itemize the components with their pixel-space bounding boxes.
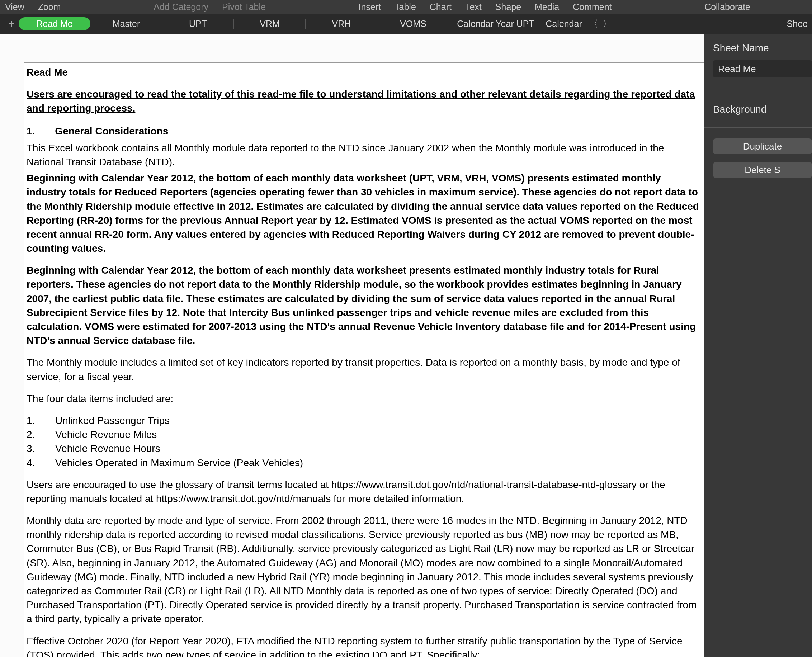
doc-p8: Effective October 2020 (for Report Year … bbox=[26, 634, 700, 657]
doc-list: 1.Unlinked Passenger Trips 2.Vehicle Rev… bbox=[26, 414, 700, 470]
list-item: Vehicles Operated in Maximum Service (Pe… bbox=[55, 457, 303, 469]
tab-overflow[interactable]: Shee bbox=[779, 19, 808, 29]
tab-calendar-year-upt[interactable]: Calendar Year UPT bbox=[449, 17, 542, 30]
inspector-panel: Sheet Name Read Me Background Duplicate … bbox=[704, 34, 812, 657]
doc-title: Read Me bbox=[26, 65, 700, 79]
comment-menu[interactable]: Comment bbox=[573, 2, 611, 12]
spreadsheet-canvas[interactable]: Read Me Users are encouraged to read the… bbox=[0, 34, 704, 657]
sheet-name-input[interactable]: Read Me bbox=[713, 60, 812, 78]
zoom-menu[interactable]: Zoom bbox=[38, 2, 61, 12]
doc-p5: The four data items included are: bbox=[26, 392, 700, 406]
delete-sheet-button[interactable]: Delete S bbox=[713, 162, 812, 178]
doc-p7: Monthly data are reported by mode and ty… bbox=[26, 514, 700, 626]
doc-p1: This Excel workbook contains all Monthly… bbox=[26, 141, 700, 169]
tab-calendar[interactable]: Calendar bbox=[542, 17, 585, 30]
sheet-name-label: Sheet Name bbox=[713, 42, 812, 54]
list-item: Unlinked Passenger Trips bbox=[55, 415, 170, 426]
chart-menu[interactable]: Chart bbox=[430, 2, 452, 12]
tabs-scroll-right-icon[interactable]: 〉 bbox=[603, 17, 612, 30]
media-menu[interactable]: Media bbox=[535, 2, 559, 12]
tab-vrm[interactable]: VRM bbox=[234, 17, 305, 30]
tab-vrh[interactable]: VRH bbox=[305, 17, 377, 30]
doc-section-1: 1. General Considerations bbox=[26, 124, 700, 138]
text-menu[interactable]: Text bbox=[465, 2, 482, 12]
collaborate-button[interactable]: Collaborate bbox=[704, 2, 750, 12]
view-menu[interactable]: View bbox=[5, 2, 24, 12]
list-item: Vehicle Revenue Hours bbox=[55, 443, 161, 454]
add-category-button[interactable]: Add Category bbox=[154, 2, 208, 12]
tabs-scroll-left-icon[interactable]: 〈 bbox=[589, 17, 598, 30]
list-item: Vehicle Revenue Miles bbox=[55, 429, 157, 440]
pivot-table-button[interactable]: Pivot Table bbox=[222, 2, 266, 12]
doc-p6: Users are encouraged to use the glossary… bbox=[26, 478, 700, 506]
tab-voms[interactable]: VOMS bbox=[377, 17, 449, 30]
insert-menu[interactable]: Insert bbox=[358, 2, 381, 12]
doc-intro: Users are encouraged to read the totalit… bbox=[26, 87, 700, 115]
doc-p4: The Monthly module includes a limited se… bbox=[26, 355, 700, 383]
sheet-tabs: + Read Me Master UPT VRM VRH VOMS Calend… bbox=[0, 14, 812, 34]
add-sheet-button[interactable]: + bbox=[4, 17, 19, 31]
tab-master[interactable]: Master bbox=[90, 17, 162, 30]
duplicate-button[interactable]: Duplicate bbox=[713, 139, 812, 154]
tab-read-me[interactable]: Read Me bbox=[19, 17, 90, 30]
table-menu[interactable]: Table bbox=[394, 2, 416, 12]
doc-p2: Beginning with Calendar Year 2012, the b… bbox=[26, 171, 700, 255]
background-label: Background bbox=[713, 104, 812, 115]
document-cell: Read Me Users are encouraged to read the… bbox=[24, 62, 704, 657]
shape-menu[interactable]: Shape bbox=[495, 2, 521, 12]
main-toolbar: View Zoom Add Category Pivot Table Inser… bbox=[0, 0, 812, 14]
tab-upt[interactable]: UPT bbox=[162, 17, 234, 30]
doc-p3: Beginning with Calendar Year 2012, the b… bbox=[26, 263, 700, 347]
